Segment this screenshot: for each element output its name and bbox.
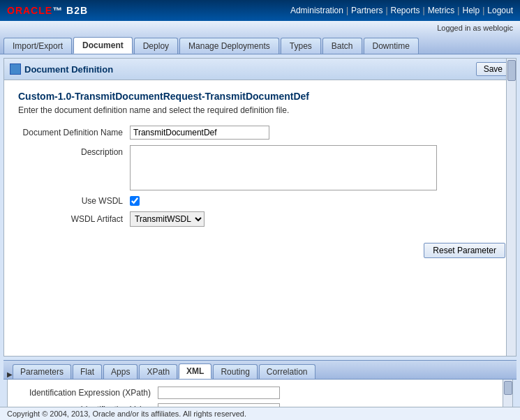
nav-administration[interactable]: Administration <box>290 6 343 15</box>
main-content-panel: Document Definition Save Custom-1.0-Tran… <box>3 58 517 357</box>
tab-xml[interactable]: XML <box>179 363 211 379</box>
collapse-btn[interactable]: ▶ <box>7 369 13 379</box>
tab-parameters[interactable]: Parameters <box>13 364 71 379</box>
nav-reports[interactable]: Reports <box>391 6 420 15</box>
nav-logout[interactable]: Logout <box>487 6 513 15</box>
document-icon <box>10 63 21 75</box>
tab-import-export[interactable]: Import/Export <box>3 38 72 54</box>
bottom-scrollbar-thumb <box>504 381 512 395</box>
doc-subtitle: Enter the document definition name and s… <box>18 105 502 115</box>
tab-correlation[interactable]: Correlation <box>259 364 315 379</box>
id-expression-row: Identification Expression (XPath) <box>18 387 502 399</box>
doc-def-name-label: Document Definition Name <box>18 128 130 137</box>
section-title-text: Document Definition <box>24 64 113 75</box>
wsdl-artifact-label: WSDL Artifact <box>18 214 130 224</box>
description-row: Description <box>18 145 502 190</box>
tab-xpath[interactable]: XPath <box>139 364 177 379</box>
logo: ORACLE™ B2B <box>7 5 88 16</box>
save-button[interactable]: Save <box>476 62 510 76</box>
subheader: Logged in as weblogic <box>0 21 520 35</box>
doc-def-name-input[interactable] <box>130 126 269 140</box>
use-wsdl-checkbox[interactable] <box>130 196 140 206</box>
description-label: Description <box>18 145 130 157</box>
use-wsdl-label: Use WSDL <box>18 196 130 206</box>
bottom-tabs-bar: ▶ Parameters Flat Apps XPath XML Routing… <box>3 360 517 380</box>
footer-text: Copyright © 2004, 2013, Oracle and/or it… <box>7 410 246 418</box>
nav-help[interactable]: Help <box>462 6 480 15</box>
logged-in-text: Logged in as weblogic <box>437 24 513 32</box>
tab-flat[interactable]: Flat <box>73 364 102 379</box>
doc-def-name-row: Document Definition Name <box>18 126 502 140</box>
section-title: Document Definition <box>10 63 113 75</box>
section-header: Document Definition Save <box>4 59 516 80</box>
tab-manage-deployments[interactable]: Manage Deployments <box>179 38 279 54</box>
tab-downtime[interactable]: Downtime <box>364 38 419 54</box>
tab-types[interactable]: Types <box>281 38 321 54</box>
main-scrollbar[interactable] <box>506 59 516 356</box>
top-tabs-bar: Import/Export Document Deploy Manage Dep… <box>0 35 520 54</box>
tab-document[interactable]: Document <box>73 37 133 54</box>
header-nav: Administration | Partners | Reports | Me… <box>290 6 513 15</box>
id-expression-input[interactable] <box>158 387 280 399</box>
scrollbar-thumb <box>507 60 516 81</box>
use-wsdl-row: Use WSDL <box>18 196 502 206</box>
wsdl-artifact-row: WSDL Artifact TransmitWSDL <box>18 211 502 227</box>
description-textarea[interactable] <box>130 145 437 190</box>
nav-metrics[interactable]: Metrics <box>428 6 455 15</box>
doc-name-large: Custom-1.0-TransmitDocumentRequest-Trans… <box>18 91 502 102</box>
tab-routing[interactable]: Routing <box>213 364 257 379</box>
tab-deploy[interactable]: Deploy <box>134 38 178 54</box>
nav-partners[interactable]: Partners <box>351 6 382 15</box>
tab-batch[interactable]: Batch <box>322 38 362 54</box>
reset-btn-area: Reset Parameter <box>4 239 516 262</box>
header: ORACLE™ B2B Administration | Partners | … <box>0 0 520 21</box>
form-area: Custom-1.0-TransmitDocumentRequest-Trans… <box>4 80 516 239</box>
id-expression-label: Identification Expression (XPath) <box>18 388 158 398</box>
tab-apps[interactable]: Apps <box>103 364 138 379</box>
reset-parameter-button[interactable]: Reset Parameter <box>424 243 505 258</box>
footer: Copyright © 2004, 2013, Oracle and/or it… <box>0 407 520 420</box>
oracle-text: ORACLE <box>7 5 52 16</box>
wsdl-artifact-select[interactable]: TransmitWSDL <box>130 211 205 227</box>
